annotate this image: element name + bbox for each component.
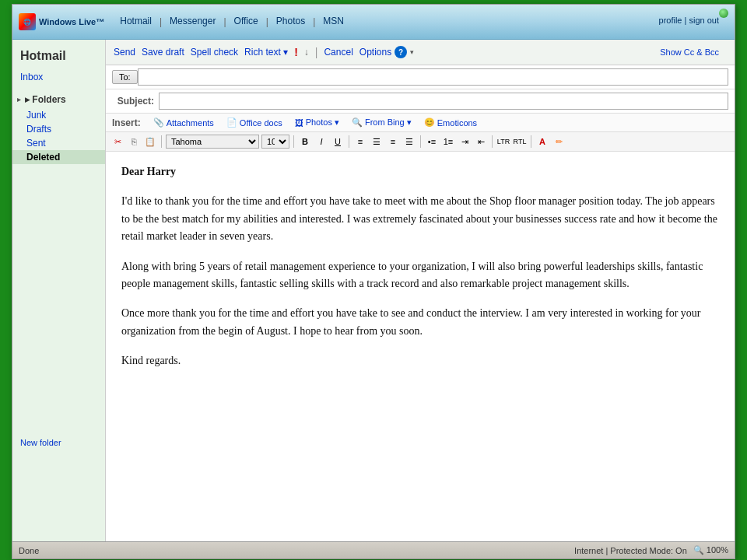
folders-header[interactable]: ▸ ▸ Folders (12, 91, 105, 108)
cut-icon[interactable]: ✂ (110, 135, 124, 149)
sidebar-item-junk[interactable]: Junk (12, 108, 105, 122)
body-paragraph1: I'd like to thank you for the time and e… (121, 193, 719, 245)
font-select[interactable]: Tahoma Arial Times New Roman Verdana (166, 135, 259, 149)
folders-label: ▸ Folders (25, 94, 66, 105)
spell-check-button[interactable]: Spell check (191, 47, 238, 58)
internet-security-text: Internet | Protected Mode: On (574, 546, 687, 555)
help-icon[interactable]: ? (395, 46, 407, 58)
to-button[interactable]: To: (112, 70, 138, 84)
format-separator-1 (161, 135, 162, 148)
to-input[interactable] (138, 68, 728, 86)
format-bar: ✂ ⎘ 📋 Tahoma Arial Times New Roman Verda… (106, 132, 735, 152)
sidebar-item-drafts[interactable]: Drafts (12, 122, 105, 136)
photos-label: Photos ▾ (306, 117, 339, 128)
status-bar: Done Internet | Protected Mode: On 🔍 100… (12, 541, 735, 558)
photos-icon: 🖼 (295, 118, 303, 128)
number-list-icon[interactable]: 1≡ (441, 135, 455, 149)
compose-toolbar: Send Save draft Spell check Rich text ▾ … (106, 40, 735, 65)
dropdown-arrow[interactable]: ▾ (410, 48, 414, 56)
priority-low-icon[interactable]: ↓ (304, 47, 309, 58)
status-text: Done (19, 546, 574, 555)
office-docs-icon: 📄 (226, 117, 237, 128)
indent-icon[interactable]: ⇥ (458, 135, 472, 149)
subject-row: Subject: (106, 89, 735, 114)
sidebar-item-deleted[interactable]: Deleted (12, 150, 105, 164)
emoticons-label: Emoticons (437, 118, 477, 128)
align-left-icon[interactable]: ≡ (353, 135, 367, 149)
body-paragraph3: Once more thank you for the time and eff… (121, 305, 719, 340)
folders-section: ▸ ▸ Folders Junk Drafts Sent Deleted (12, 91, 105, 164)
show-cc-bcc-link[interactable]: Show Cc & Bcc (652, 44, 727, 60)
nav-photos[interactable]: Photos (270, 14, 311, 30)
windows-live-logo: 🌐 Windows Live™ (19, 13, 104, 30)
to-row: To: (106, 65, 735, 89)
priority-high-icon[interactable]: ! (294, 46, 298, 58)
expand-icon: ▸ (17, 96, 21, 103)
attachment-icon: 📎 (153, 117, 164, 128)
body-paragraph2: Along with bring 5 years of retail manag… (121, 258, 719, 293)
windows-live-text: Windows Live™ (39, 17, 104, 26)
nav-office[interactable]: Office (228, 14, 265, 30)
insert-attachments[interactable]: 📎 Attachments (150, 117, 217, 128)
underline-button[interactable]: U (331, 135, 345, 149)
subject-label: Subject: (112, 96, 159, 107)
attachment-label: Attachments (167, 118, 214, 128)
rich-text-button[interactable]: Rich text ▾ (244, 47, 288, 58)
sidebar: Hotmail Inbox ▸ ▸ Folders Junk Drafts Se… (12, 40, 106, 541)
save-draft-button[interactable]: Save draft (142, 47, 184, 58)
cancel-button[interactable]: Cancel (324, 47, 352, 58)
nav-hotmail[interactable]: Hotmail (114, 14, 158, 30)
zoom-level: 🔍 100% (693, 545, 728, 555)
insert-label: Insert: (112, 117, 141, 128)
greeting-text: Dear Harry (121, 163, 719, 180)
bing-icon: 🔍 (352, 117, 363, 128)
wl-icon: 🌐 (19, 13, 36, 30)
insert-from-bing[interactable]: 🔍 From Bing ▾ (349, 117, 415, 128)
profile-links[interactable]: profile | sign out (659, 16, 719, 25)
bold-button[interactable]: B (298, 135, 312, 149)
paste-icon[interactable]: 📋 (143, 135, 157, 149)
content-area: Send Save draft Spell check Rich text ▾ … (106, 40, 735, 541)
sidebar-title: Hotmail (12, 46, 105, 69)
insert-emoticons[interactable]: 😊 Emoticons (421, 117, 480, 128)
subject-input[interactable] (159, 93, 728, 110)
highlight-icon[interactable]: ✏ (552, 135, 566, 149)
insert-photos[interactable]: 🖼 Photos ▾ (292, 117, 342, 128)
sidebar-item-inbox[interactable]: Inbox (12, 69, 105, 85)
office-docs-label: Office docs (240, 118, 282, 128)
options-button[interactable]: Options (359, 47, 391, 58)
compose-body[interactable]: Dear Harry I'd like to thank you for the… (106, 152, 735, 541)
bullet-list-icon[interactable]: •≡ (425, 135, 439, 149)
options-area: Options ? ▾ (359, 46, 414, 58)
font-color-icon[interactable]: A (535, 135, 549, 149)
insert-office-docs[interactable]: 📄 Office docs (223, 117, 286, 128)
align-center-icon[interactable]: ☰ (370, 135, 384, 149)
align-right-icon[interactable]: ≡ (386, 135, 400, 149)
green-indicator (719, 9, 728, 18)
rtl-icon[interactable]: RTL (513, 135, 527, 149)
format-separator-4 (420, 135, 421, 148)
nav-messenger[interactable]: Messenger (163, 14, 222, 30)
compose-form: To: Subject: (106, 65, 735, 114)
align-justify-icon[interactable]: ☰ (402, 135, 416, 149)
copy-icon[interactable]: ⎘ (127, 135, 141, 149)
format-separator-5 (492, 135, 493, 148)
status-right: Internet | Protected Mode: On 🔍 100% (574, 545, 728, 555)
sidebar-item-sent[interactable]: Sent (12, 136, 105, 150)
format-separator-6 (531, 135, 531, 148)
ltr-icon[interactable]: LTR (496, 135, 510, 149)
closing-text: Kind regards. (121, 352, 719, 369)
new-folder-link[interactable]: New folder (12, 433, 69, 452)
italic-button[interactable]: I (314, 135, 328, 149)
size-select[interactable]: 10 8 9 11 12 14 (261, 135, 289, 149)
format-separator-3 (349, 135, 349, 148)
outdent-icon[interactable]: ⇤ (474, 135, 488, 149)
send-button[interactable]: Send (114, 47, 135, 58)
nav-links: Hotmail | Messenger | Office | Photos | … (114, 14, 350, 30)
nav-msn[interactable]: MSN (317, 14, 350, 30)
format-separator-2 (293, 135, 294, 148)
emoticons-icon: 😊 (424, 117, 435, 128)
bing-label: From Bing ▾ (365, 117, 412, 128)
insert-bar: Insert: 📎 Attachments 📄 Office docs 🖼 Ph… (106, 114, 735, 132)
